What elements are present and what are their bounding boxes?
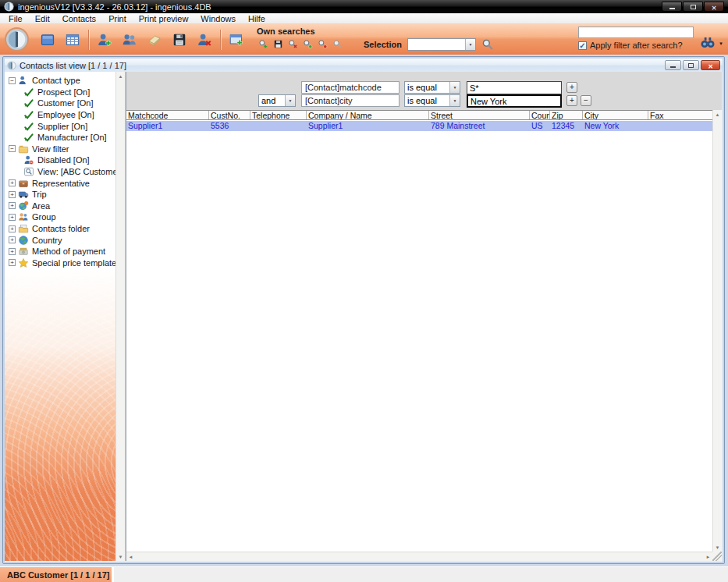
menu-item-file[interactable]: File <box>2 13 29 24</box>
search-run-icon <box>303 39 313 49</box>
new-window-button[interactable] <box>224 28 249 51</box>
column-header-city[interactable]: City <box>583 111 648 119</box>
filter-value-input[interactable] <box>467 81 562 94</box>
search-add-button[interactable] <box>257 37 269 50</box>
tree-item-group[interactable]: +Group <box>5 211 115 223</box>
filter-value-input[interactable] <box>467 94 562 108</box>
column-header-custno[interactable]: CustNo. <box>209 111 250 119</box>
tree-item-employee-on[interactable]: Employee [On] <box>5 109 115 121</box>
collapse-icon[interactable]: − <box>9 77 16 84</box>
tree-item-disabled-on[interactable]: Disabled [On] <box>5 154 115 166</box>
apply-filter-checkbox[interactable] <box>578 41 587 50</box>
scroll-down-button[interactable] <box>713 543 722 552</box>
scroll-down-button[interactable] <box>116 552 125 561</box>
expand-icon[interactable]: + <box>9 202 16 209</box>
tree-item-supplier-on[interactable]: Supplier [On] <box>5 120 115 132</box>
close-button[interactable] <box>701 60 720 70</box>
chevron-down-icon[interactable] <box>449 95 460 106</box>
scroll-left-button[interactable] <box>126 552 135 561</box>
expand-icon[interactable]: + <box>9 248 16 255</box>
chevron-down-icon[interactable] <box>285 95 295 106</box>
maximize-button[interactable] <box>683 2 703 12</box>
minimize-button[interactable] <box>662 2 682 12</box>
menu-item-hilfe[interactable]: Hilfe <box>242 13 272 24</box>
tree-scrollbar[interactable] <box>115 72 126 561</box>
save-button[interactable] <box>167 28 192 51</box>
column-header-coun[interactable]: Coun <box>530 111 550 119</box>
contacts-button[interactable] <box>117 28 142 51</box>
chevron-down-icon[interactable] <box>465 39 475 50</box>
search-delete-button[interactable] <box>286 37 299 50</box>
selection-select[interactable] <box>407 38 476 51</box>
tree-item-area[interactable]: +Area <box>5 201 115 212</box>
operator-select[interactable]: is equal <box>404 81 460 94</box>
grid-hscrollbar[interactable] <box>126 552 712 561</box>
add-filter-button[interactable]: + <box>566 95 577 106</box>
contacts-folder-icon <box>18 223 29 234</box>
form-view-button[interactable] <box>35 28 60 51</box>
expand-icon[interactable]: + <box>9 225 16 232</box>
binoculars-icon[interactable] <box>700 34 716 50</box>
add-filter-button[interactable]: + <box>566 82 577 93</box>
expand-icon[interactable]: + <box>9 191 16 198</box>
tree-item-manufacturer-on[interactable]: Manufacturer [On] <box>5 132 115 144</box>
eraser-button[interactable] <box>142 28 167 51</box>
chevron-down-icon[interactable] <box>719 37 723 47</box>
menu-item-edit[interactable]: Edit <box>29 13 56 24</box>
search-save-button[interactable] <box>272 37 284 50</box>
table-row[interactable]: Supplier15536Supplier1789 MainstreetUS12… <box>126 121 712 131</box>
tree-item-label: Prospect [On] <box>37 87 90 97</box>
scroll-up-button[interactable] <box>116 72 125 80</box>
column-header-zip[interactable]: Zip <box>550 111 583 119</box>
tree-item-method-of-payment[interactable]: +Method of payment <box>5 246 115 257</box>
scroll-up-button[interactable] <box>713 110 722 119</box>
search-run-button[interactable] <box>301 37 314 50</box>
tree-item-trip[interactable]: +Trip <box>5 189 115 201</box>
tree-item-prospect-on[interactable]: Prospect [On] <box>5 87 115 98</box>
add-contact-button[interactable] <box>92 28 117 51</box>
expand-icon[interactable]: + <box>9 179 16 186</box>
conjunction-select[interactable]: and <box>258 94 296 107</box>
search-icon[interactable] <box>481 38 494 51</box>
menu-item-print[interactable]: Print <box>102 13 133 24</box>
search-clear-button[interactable] <box>331 37 343 50</box>
filter-field-name[interactable]: [Contact]city <box>301 94 400 107</box>
tree-item-view-abc-customer[interactable]: View: [ABC Customer] <box>5 166 115 178</box>
tree-item-contact-type[interactable]: −Contact type <box>5 75 115 87</box>
collapse-icon[interactable]: − <box>9 145 16 152</box>
minimize-button[interactable] <box>665 60 681 70</box>
maximize-button[interactable] <box>683 60 699 70</box>
chevron-down-icon[interactable] <box>449 82 460 93</box>
delete-contact-button[interactable] <box>192 28 217 51</box>
tree-item-contacts-folder[interactable]: +Contacts folder <box>5 223 115 235</box>
column-header-fax[interactable]: Fax <box>648 111 713 119</box>
column-header-telephone[interactable]: Telephone <box>250 111 307 119</box>
list-view-button[interactable] <box>60 28 85 51</box>
expand-icon[interactable]: + <box>9 236 16 243</box>
menu-item-print-preview[interactable]: Print preview <box>133 13 195 24</box>
column-header-company-name[interactable]: Company / Name <box>307 111 429 119</box>
grid-vscrollbar[interactable] <box>712 110 722 552</box>
resize-grip[interactable] <box>712 552 722 561</box>
quick-search-input[interactable] <box>578 27 694 38</box>
scroll-right-button[interactable] <box>704 552 712 561</box>
child-titlebar[interactable]: Contacts list view [1 / 1 / 17] <box>5 59 723 72</box>
tree-item-view-filter[interactable]: −View filter <box>5 144 115 155</box>
remove-filter-button[interactable]: − <box>581 95 591 106</box>
titlebar[interactable]: ingeniousV12 [V3.3.42 - 26.03.12] - inge… <box>0 0 728 13</box>
filter-field-name[interactable]: [Contact]matchcode <box>301 81 400 94</box>
tree-item-customer-on[interactable]: Customer [On] <box>5 98 115 109</box>
menu-item-contacts[interactable]: Contacts <box>56 13 102 24</box>
expand-icon[interactable]: + <box>9 259 16 266</box>
tree-item-country[interactable]: +Country <box>5 234 115 246</box>
menu-item-windows[interactable]: Windows <box>194 13 242 24</box>
close-button[interactable] <box>704 2 724 12</box>
tree-item-representative[interactable]: +Representative <box>5 177 115 189</box>
column-header-street[interactable]: Street <box>429 111 530 119</box>
operator-select[interactable]: is equal <box>404 94 460 107</box>
search-load-button[interactable] <box>316 37 328 50</box>
column-header-matchcode[interactable]: Matchcode <box>126 111 209 119</box>
expand-icon[interactable]: + <box>9 214 16 221</box>
app-logo-button[interactable] <box>5 27 29 51</box>
tree-item-special-price-templates[interactable]: +Special price templates <box>5 257 115 269</box>
